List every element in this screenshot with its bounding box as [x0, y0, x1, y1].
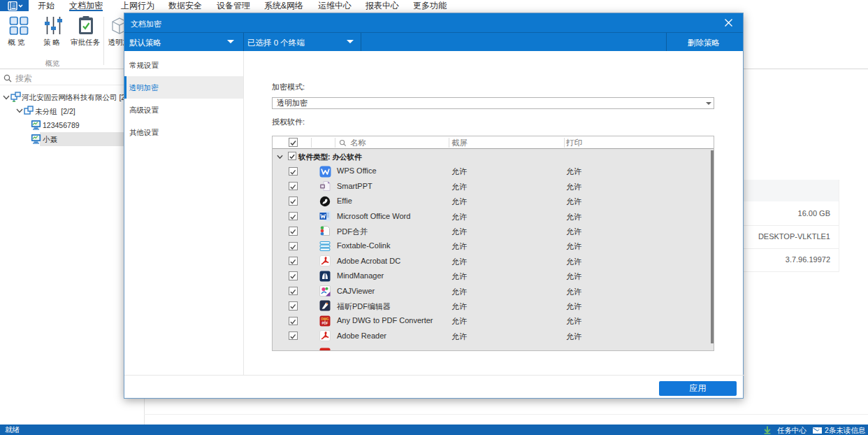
svg-text:DWG: DWG [321, 317, 329, 320]
svg-text:PDF: PDF [321, 322, 328, 325]
